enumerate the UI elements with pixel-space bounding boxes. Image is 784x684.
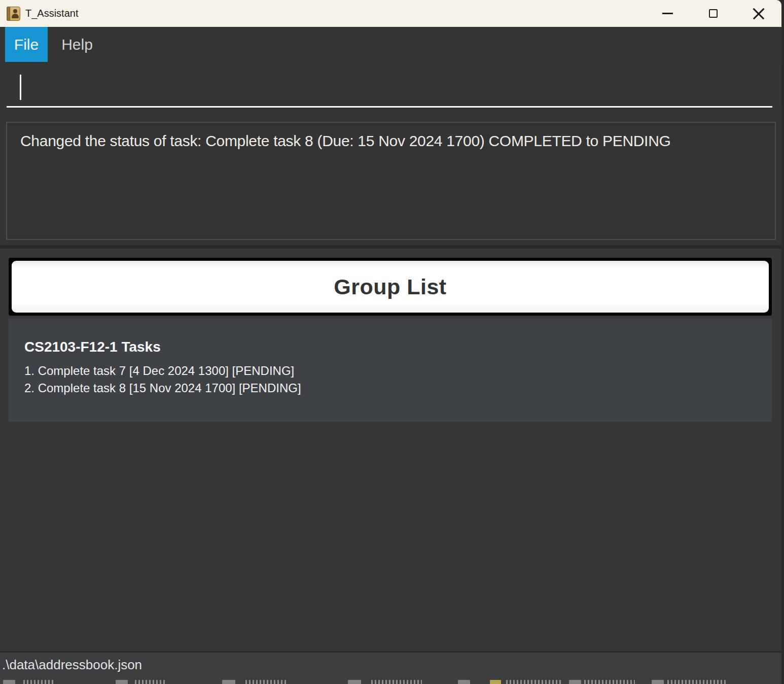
close-icon (752, 7, 766, 21)
desktop-fragment (490, 680, 501, 684)
task-list: 1. Complete task 7 [4 Dec 2024 1300] [PE… (24, 362, 301, 397)
minimize-button[interactable] (645, 0, 690, 27)
minimize-icon (662, 13, 673, 14)
close-button[interactable] (736, 0, 781, 27)
desktop-taskbar-sliver (0, 678, 781, 684)
menu-help[interactable]: Help (48, 27, 106, 62)
desktop-fragment (652, 680, 664, 684)
person-silhouette-icon (12, 9, 19, 18)
app-window: T_Assistant File Help Changed the status… (0, 0, 781, 684)
result-display[interactable]: Changed the status of task: Complete tas… (6, 122, 776, 240)
desktop-fragment (135, 680, 165, 684)
addressbook-icon (7, 7, 20, 21)
task-item: 2. Complete task 8 [15 Nov 2024 1700] [P… (24, 380, 301, 397)
desktop-fragment (371, 680, 422, 684)
group-list-header-card: Group List (9, 258, 772, 316)
status-file-path: .\data\addressbook.json (2, 657, 781, 673)
window-controls (645, 0, 781, 27)
desktop-fragment (116, 680, 128, 684)
text-caret (20, 75, 21, 100)
title-bar[interactable]: T_Assistant (0, 0, 781, 27)
desktop-fragment (458, 680, 470, 684)
menu-file[interactable]: File (5, 27, 48, 62)
command-input[interactable] (0, 63, 781, 107)
maximize-icon (709, 9, 718, 18)
group-list-header-inner: Group List (12, 261, 769, 313)
section-divider (0, 245, 781, 249)
desktop-fragment (3, 680, 15, 684)
desktop-fragment (245, 680, 287, 684)
result-message: Changed the status of task: Complete tas… (7, 123, 775, 152)
status-bar: .\data\addressbook.json (0, 651, 781, 678)
desktop-fragment (569, 680, 581, 684)
group-name: CS2103-F12-1 Tasks (24, 339, 161, 355)
desktop-fragment (222, 680, 235, 684)
desktop-fragment (667, 680, 726, 684)
task-item: 1. Complete task 7 [4 Dec 2024 1300] [PE… (24, 362, 301, 380)
window-title: T_Assistant (25, 8, 78, 19)
desktop-fragment (23, 680, 54, 684)
desktop-fragment (506, 680, 561, 684)
group-list-panel: Group List CS2103-F12-1 Tasks 1. Complet… (0, 249, 781, 651)
group-card[interactable]: CS2103-F12-1 Tasks 1. Complete task 7 [4… (9, 319, 772, 422)
menu-bar: File Help (0, 27, 781, 63)
maximize-button[interactable] (690, 0, 736, 27)
desktop-fragment (348, 680, 361, 684)
command-input-underline (7, 106, 772, 108)
group-list-title: Group List (334, 275, 446, 299)
desktop-fragment (584, 680, 635, 684)
